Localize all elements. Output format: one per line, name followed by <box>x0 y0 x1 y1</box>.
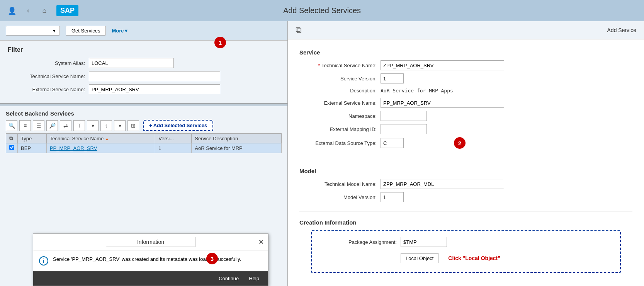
service-version-label: Service Version: <box>299 76 377 82</box>
tech-service-name-row: Technical Service Name: <box>8 71 280 81</box>
sap-logo-text: SAP <box>56 5 78 16</box>
filter-chevron-button[interactable]: ▾ <box>87 120 99 131</box>
services-section-title: Select Backend Services <box>6 110 282 117</box>
back-icon[interactable]: ‹ <box>22 5 34 17</box>
zoom-button[interactable]: 🔍 <box>6 120 17 131</box>
table-toolbar: 🔍 ≡ ☰ 🔎 ⇄ ⊤ ▾ ↕ ▾ ⊞ + Add Selected Servi… <box>6 120 282 131</box>
description-label: Description: <box>299 88 377 94</box>
user-icon[interactable]: 👤 <box>6 5 18 17</box>
system-alias-input[interactable] <box>89 58 174 68</box>
tech-service-name-form-label: Technical Service Name: <box>299 63 377 68</box>
local-object-row: Local Object Click "Local Object" <box>319 253 612 263</box>
tech-service-name-input[interactable] <box>89 71 220 81</box>
sort-button[interactable]: ↕ <box>100 120 112 131</box>
tech-model-name-label: Technical Model Name: <box>299 181 377 187</box>
tech-service-name-form-row: Technical Service Name: <box>299 60 632 70</box>
more-button[interactable]: More ▾ <box>112 28 127 34</box>
col-type: Type <box>18 134 47 143</box>
divider <box>0 103 287 106</box>
sort-chevron-button[interactable]: ▾ <box>114 120 126 131</box>
home-icon[interactable]: ⌂ <box>38 5 51 17</box>
namespace-label: Namespace: <box>299 113 377 119</box>
filter-section: Filter System Alias: Technical Service N… <box>0 41 287 103</box>
filter-button[interactable]: ⊤ <box>73 120 85 131</box>
tech-model-name-input[interactable] <box>381 179 504 189</box>
ext-service-name-form-input[interactable] <box>381 98 504 108</box>
service-section-label: Service <box>299 49 632 56</box>
sap-logo: SAP <box>56 5 78 16</box>
local-object-button[interactable]: Local Object <box>401 253 438 263</box>
right-panel-inner: ⧉ Add Service Service Technical Service … <box>288 21 644 286</box>
header-bar: 👤 ‹ ⌂ SAP Add Selected Services <box>0 0 644 21</box>
grid-button[interactable]: ⊞ <box>127 120 139 131</box>
service-link[interactable]: PP_MRP_AOR_SRV <box>50 145 97 151</box>
system-dropdown[interactable]: ▾ <box>6 26 60 36</box>
creation-section-label: Creation Information <box>299 219 632 226</box>
ext-service-name-form-label: External Service Name: <box>299 100 377 106</box>
row-version: 1 <box>155 143 192 153</box>
services-table: ⧉ Type Technical Service Name ▲ Versi...… <box>6 133 282 153</box>
ext-mapping-input[interactable] <box>381 124 427 134</box>
ext-service-name-form-row: External Service Name: <box>299 98 632 108</box>
package-assignment-row: Package Assignment: <box>319 237 612 247</box>
model-version-label: Model Version: <box>299 194 377 200</box>
get-services-button[interactable]: Get Services <box>66 26 106 36</box>
more-chevron-icon: ▾ <box>125 28 127 34</box>
info-dialog-header: Information ✕ <box>33 234 268 250</box>
toolbar-row: ▾ Get Services More ▾ <box>0 21 287 41</box>
ext-mapping-label: External Mapping ID: <box>299 126 377 132</box>
row-type: BEP <box>18 143 47 153</box>
main-area: ▾ Get Services More ▾ Filter System Alia… <box>0 21 644 286</box>
tech-service-name-label: Technical Service Name: <box>8 73 85 79</box>
service-icon: ⧉ <box>296 25 302 35</box>
info-dialog-footer: Continue Help <box>33 271 268 286</box>
info-icon: i <box>39 256 48 266</box>
package-assignment-input[interactable] <box>401 237 447 247</box>
row-description: AoR Service for MRP <box>192 143 282 153</box>
more-label: More <box>112 28 124 34</box>
model-form-section: Model Technical Model Name: Model Versio… <box>288 158 644 211</box>
step-badge-2: 2 <box>454 137 466 149</box>
service-version-row: Service Version: <box>299 73 632 83</box>
namespace-input[interactable] <box>381 111 427 121</box>
right-panel: ⧉ Add Service Service Technical Service … <box>288 21 644 286</box>
add-service-title: Add Service <box>302 27 636 33</box>
row-checkbox[interactable] <box>6 143 18 153</box>
continue-button[interactable]: Continue <box>216 274 242 283</box>
service-form-section: Service Technical Service Name: Service … <box>288 39 644 158</box>
step-badge-3: 3 <box>206 253 218 264</box>
description-value: AoR Service for MRP Apps <box>381 87 453 95</box>
info-dialog-body: i Service 'PP_MRP_AOR_SRV' was created a… <box>33 250 268 271</box>
left-panel: ▾ Get Services More ▾ Filter System Alia… <box>0 21 288 286</box>
ext-service-name-label: External Service Name: <box>8 87 85 92</box>
chevron-down-icon: ▾ <box>53 28 56 34</box>
ext-data-source-row: External Data Source Type: 2 <box>299 137 632 149</box>
align-center-button[interactable]: ☰ <box>33 120 44 131</box>
add-selected-button[interactable]: + Add Selected Services <box>143 120 213 131</box>
col-copy: ⧉ <box>6 134 18 143</box>
tech-service-name-form-input[interactable] <box>381 60 504 70</box>
help-button[interactable]: Help <box>246 274 262 283</box>
creation-info-wrapper: Creation Information Package Assignment:… <box>288 211 644 281</box>
info-dialog-title: Information <box>106 237 195 247</box>
click-hint-label: Click "Local Object" <box>448 255 500 261</box>
filter-left-button[interactable]: ⇄ <box>60 120 71 131</box>
align-left-button[interactable]: ≡ <box>19 120 31 131</box>
description-row: Description: AoR Service for MRP Apps <box>299 87 632 95</box>
info-dialog-close-button[interactable]: ✕ <box>258 238 263 246</box>
search-button[interactable]: 🔎 <box>46 120 58 131</box>
col-tech-name: Technical Service Name ▲ <box>46 134 155 143</box>
row-tech-name[interactable]: PP_MRP_AOR_SRV <box>46 143 155 153</box>
ext-service-name-row: External Service Name: <box>8 84 280 94</box>
col-description: Service Description <box>192 134 282 143</box>
service-version-input[interactable] <box>381 73 404 83</box>
step-badge-1: 1 <box>214 37 226 48</box>
filter-title: Filter <box>8 46 280 53</box>
ext-service-name-input[interactable] <box>89 84 220 94</box>
ext-data-source-input[interactable] <box>381 138 404 148</box>
info-dialog: Information ✕ i Service 'PP_MRP_AOR_SRV'… <box>33 233 268 286</box>
system-alias-label: System Alias: <box>8 60 85 66</box>
add-service-header: ⧉ Add Service <box>288 21 644 39</box>
model-version-input[interactable] <box>381 192 404 202</box>
model-version-row: Model Version: <box>299 192 632 202</box>
